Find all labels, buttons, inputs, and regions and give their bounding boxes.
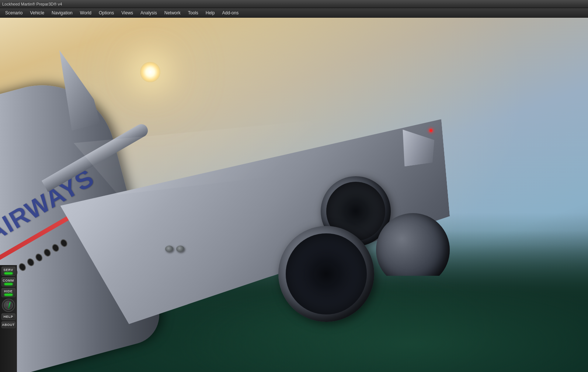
menu-options[interactable]: Options [95, 9, 118, 17]
sensor-bump-2 [176, 246, 184, 252]
gyro-inner [4, 301, 13, 310]
sun [140, 62, 160, 82]
help-button[interactable]: HELP [1, 313, 15, 320]
engine2-intake [286, 233, 367, 314]
window [59, 238, 69, 248]
wing-tip-navigation-light [429, 129, 432, 132]
serv-led [4, 272, 13, 274]
title-bar: Lockheed Martin® Prepar3D® v4 [0, 0, 588, 8]
menu-scenario[interactable]: Scenario [1, 9, 26, 17]
hide-button[interactable]: HIDE [1, 288, 15, 297]
menu-navigation[interactable]: Navigation [48, 9, 76, 17]
window [26, 257, 36, 267]
hide-label: HIDE [4, 289, 13, 293]
window [51, 243, 60, 253]
comm-button[interactable]: COMM [1, 277, 15, 286]
comm-led [4, 283, 13, 285]
title-text: Lockheed Martin® Prepar3D® v4 [2, 2, 62, 6]
window [17, 262, 27, 272]
menu-vehicle[interactable]: Vehicle [26, 9, 48, 17]
window [34, 252, 44, 263]
engine3-nacelle [376, 213, 450, 276]
gyro-instrument [2, 299, 15, 312]
about-button[interactable]: ABOUT [1, 321, 15, 328]
engine-3 [376, 213, 450, 276]
menu-help[interactable]: Help [202, 9, 219, 17]
menu-views[interactable]: Views [118, 9, 137, 17]
menu-tools[interactable]: Tools [184, 9, 202, 17]
sim-viewport: AIRWAYS [0, 18, 588, 372]
instrument-panel: SERV COMM HIDE HELP ABOUT [0, 265, 17, 372]
about-label: ABOUT [2, 323, 15, 327]
sensor-bump-1 [165, 246, 173, 252]
serv-label: SERV [3, 268, 13, 272]
menu-network[interactable]: Network [161, 9, 184, 17]
menu-addons[interactable]: Add-ons [218, 9, 242, 17]
help-label: HELP [3, 315, 13, 319]
engine-2 [278, 226, 374, 322]
comm-label: COMM [3, 279, 14, 282]
window [42, 247, 52, 258]
hide-led [4, 294, 13, 296]
engine2-nacelle [278, 226, 374, 322]
menu-analysis[interactable]: Analysis [137, 9, 161, 17]
gyro-needle [8, 302, 11, 309]
serv-button[interactable]: SERV [1, 267, 15, 276]
menu-bar: Scenario Vehicle Navigation World Option… [0, 8, 588, 18]
menu-world[interactable]: World [76, 9, 95, 17]
